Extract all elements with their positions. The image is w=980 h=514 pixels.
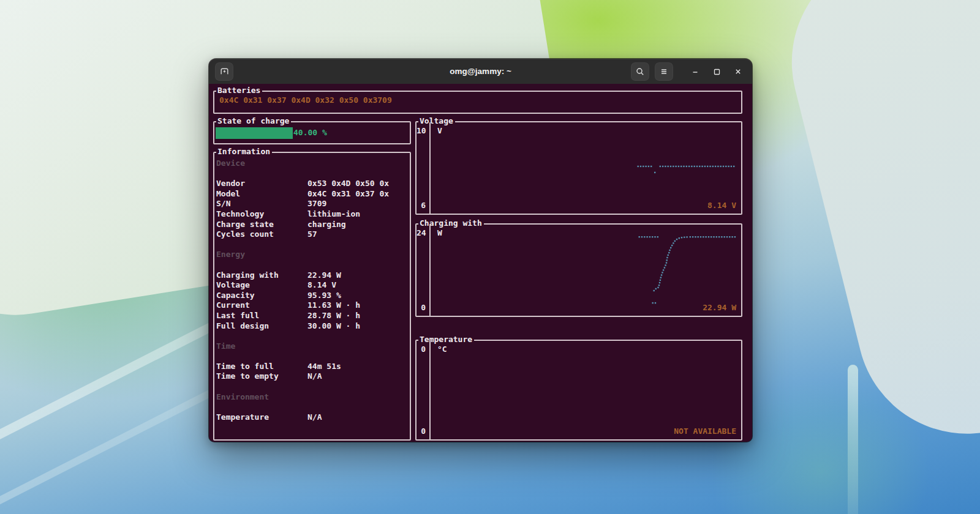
blank-row — [216, 402, 409, 412]
info-row: S/N3709 — [216, 199, 409, 209]
info-row: Vendor0x53 0x4D 0x50 0x — [216, 179, 409, 189]
info-label: Temperature — [216, 412, 307, 423]
information-panel: Information DeviceVendor0x53 0x4D 0x50 0… — [213, 152, 411, 441]
info-label: Vendor — [216, 179, 307, 189]
charging-chart-panel: Charging with 24 W 0 22.94 W — [415, 223, 742, 317]
info-label: Technology — [216, 209, 307, 220]
info-value: 30.00 W · h — [307, 321, 409, 332]
information-rows: DeviceVendor0x53 0x4D 0x50 0xModel0x4C 0… — [216, 158, 409, 422]
voltage-chart-panel: Voltage 10 V 6 8.14 V — [415, 121, 742, 215]
temperature-chart-panel: Temperature 0 °C 0 NOT AVAILABLE — [415, 340, 742, 441]
soc-progress-bar: 40.00 % — [216, 124, 409, 142]
chart-plot — [417, 225, 741, 316]
info-row: TemperatureN/A — [216, 412, 409, 423]
search-button[interactable] — [631, 62, 649, 81]
section-header: Time — [216, 341, 409, 352]
section-header: Energy — [216, 250, 409, 260]
blank-row — [216, 169, 409, 179]
blank-row — [216, 260, 409, 270]
info-value: 0x4C 0x31 0x37 0x — [307, 189, 409, 199]
terminal-screen[interactable]: Batteries 0x4C 0x31 0x37 0x4D 0x32 0x50 … — [209, 84, 752, 442]
blank-row — [216, 331, 409, 341]
info-row: Charge statecharging — [216, 220, 409, 230]
chart-plot — [417, 122, 741, 214]
information-title: Information — [216, 147, 272, 157]
info-label: Charging with — [216, 270, 307, 281]
info-value: N/A — [307, 371, 409, 382]
info-label: Last full — [216, 311, 307, 321]
info-value: 57 — [307, 229, 409, 240]
menu-button[interactable] — [655, 62, 673, 81]
info-label: Full design — [216, 321, 307, 332]
info-row: Capacity95.93 % — [216, 291, 409, 301]
info-label: S/N — [216, 199, 307, 209]
chart-ymin-label: 0 — [417, 426, 426, 437]
section-header: Environment — [216, 392, 409, 403]
info-value: 44m 51s — [307, 362, 409, 372]
maximize-button[interactable] — [709, 62, 725, 81]
menu-icon — [659, 67, 669, 76]
soc-progress-fill — [216, 127, 293, 139]
new-tab-icon — [219, 66, 230, 76]
info-row: Technologylithium-ion — [216, 209, 409, 220]
info-row: Model0x4C 0x31 0x37 0x — [216, 189, 409, 199]
chart-ymax-label: 0 — [417, 345, 426, 355]
close-button[interactable] — [730, 62, 746, 81]
info-row: Full design30.00 W · h — [216, 321, 409, 332]
chart-y-axis — [429, 341, 431, 439]
chart-current-value: NOT AVAILABLE — [674, 426, 736, 437]
chart-title: Temperature — [418, 335, 474, 345]
info-value: 22.94 W — [307, 270, 409, 281]
info-label: Model — [216, 189, 307, 199]
info-row: Cycles count57 — [216, 229, 409, 240]
minimize-button[interactable] — [687, 62, 703, 81]
info-label: Voltage — [216, 280, 307, 291]
info-label: Time to empty — [216, 371, 307, 382]
info-label: Charge state — [216, 220, 307, 230]
info-label: Current — [216, 300, 307, 311]
titlebar[interactable]: omg@jammy: ~ — [209, 59, 752, 84]
info-row: Time to emptyN/A — [216, 371, 409, 382]
terminal-window: omg@jammy: ~ — [209, 59, 752, 442]
info-value: 8.14 V — [307, 280, 409, 291]
batteries-value: 0x4C 0x31 0x37 0x4D 0x32 0x50 0x3709 — [219, 95, 392, 106]
info-row: Current11.63 W · h — [216, 300, 409, 311]
info-value: 11.63 W · h — [307, 300, 409, 311]
info-value: 28.78 W · h — [307, 311, 409, 321]
info-value: charging — [307, 220, 409, 230]
chart-unit-label: °C — [437, 345, 447, 355]
batteries-title: Batteries — [216, 86, 262, 96]
minimize-icon — [690, 67, 700, 76]
info-value: lithium-ion — [307, 209, 409, 220]
new-tab-button[interactable] — [215, 62, 233, 81]
info-row: Charging with22.94 W — [216, 270, 409, 281]
blank-row — [216, 240, 409, 250]
info-value: 0x53 0x4D 0x50 0x — [307, 179, 409, 189]
blank-row — [216, 382, 409, 392]
info-value: 95.93 % — [307, 291, 409, 301]
info-label: Time to full — [216, 362, 307, 372]
blank-row — [216, 351, 409, 362]
info-label: Capacity — [216, 291, 307, 301]
soc-value: 40.00 % — [293, 128, 327, 138]
section-header: Device — [216, 158, 409, 169]
info-label: Cycles count — [216, 229, 307, 240]
info-value: 3709 — [307, 199, 409, 209]
info-row: Voltage8.14 V — [216, 280, 409, 291]
info-row: Time to full44m 51s — [216, 362, 409, 372]
info-row: Last full28.78 W · h — [216, 311, 409, 321]
maximize-icon — [712, 67, 722, 76]
info-value: N/A — [307, 412, 409, 423]
batteries-panel: Batteries 0x4C 0x31 0x37 0x4D 0x32 0x50 … — [213, 91, 742, 114]
state-of-charge-panel: State of charge 40.00 % — [213, 121, 411, 144]
close-icon — [733, 67, 743, 76]
search-icon — [635, 67, 645, 76]
